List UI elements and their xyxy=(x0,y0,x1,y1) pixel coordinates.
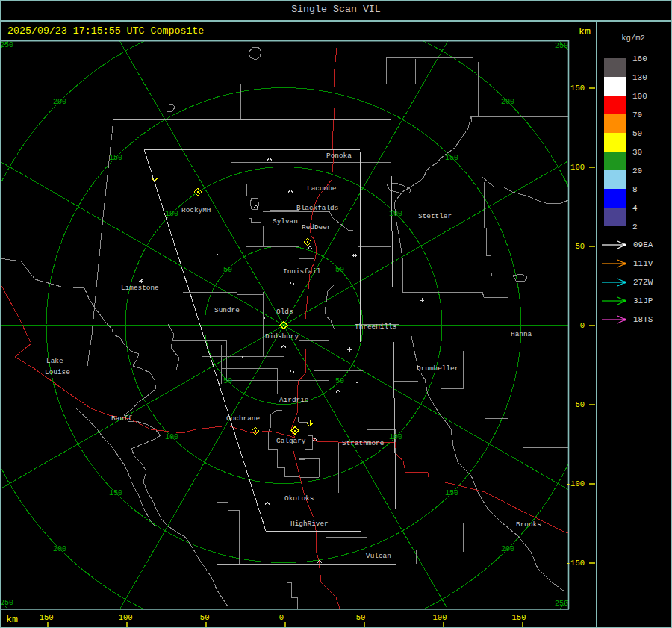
svg-text:Cochrane: Cochrane xyxy=(226,414,260,423)
svg-text:Strathmore: Strathmore xyxy=(342,439,385,447)
svg-text:Banff: Banff xyxy=(111,414,133,423)
svg-text:111V: 111V xyxy=(633,259,653,268)
svg-text:2: 2 xyxy=(632,223,638,231)
svg-text:Stettler: Stettler xyxy=(418,212,452,220)
svg-text:200: 200 xyxy=(501,545,514,553)
svg-text:-100: -100 xyxy=(113,613,132,622)
svg-text:250: 250 xyxy=(0,599,13,607)
svg-text:-150: -150 xyxy=(34,613,53,622)
svg-text:150: 150 xyxy=(109,489,122,497)
svg-text:Sylvan: Sylvan xyxy=(273,217,298,226)
svg-text:100: 100 xyxy=(389,210,402,218)
svg-text:Drumheller: Drumheller xyxy=(417,364,458,373)
svg-text:Lacombe: Lacombe xyxy=(307,184,337,193)
svg-text:Ponoka: Ponoka xyxy=(326,152,352,160)
svg-text:150: 150 xyxy=(445,489,458,497)
svg-text:200: 200 xyxy=(501,98,514,106)
svg-text:0: 0 xyxy=(580,321,585,330)
svg-text:0: 0 xyxy=(279,613,284,622)
svg-text:RockyMH: RockyMH xyxy=(181,206,211,214)
svg-text:160: 160 xyxy=(632,55,647,63)
svg-text:31JP: 31JP xyxy=(633,296,653,305)
svg-text:18TS: 18TS xyxy=(633,315,653,324)
svg-text:Vulcan: Vulcan xyxy=(366,552,391,560)
svg-text:150: 150 xyxy=(445,154,458,162)
svg-text:Airdrie: Airdrie xyxy=(279,396,309,404)
svg-text:Sundre: Sundre xyxy=(214,306,240,314)
svg-text:50: 50 xyxy=(335,377,344,385)
svg-text:250: 250 xyxy=(0,41,13,49)
svg-text:50: 50 xyxy=(223,377,232,385)
svg-text:250: 250 xyxy=(555,42,568,50)
svg-text:20: 20 xyxy=(632,167,642,175)
svg-text:130: 130 xyxy=(632,73,647,82)
svg-text:8: 8 xyxy=(632,185,638,194)
svg-text:150: 150 xyxy=(570,84,585,93)
svg-text:150: 150 xyxy=(109,154,122,162)
svg-text:50: 50 xyxy=(335,266,344,274)
svg-text:70: 70 xyxy=(632,111,642,119)
svg-text:50: 50 xyxy=(223,266,232,274)
svg-text:50: 50 xyxy=(575,242,585,251)
svg-text:200: 200 xyxy=(53,545,66,553)
svg-text:100: 100 xyxy=(632,92,647,101)
svg-text:Innisfail: Innisfail xyxy=(283,267,321,276)
svg-text:Blackfalds: Blackfalds xyxy=(296,204,338,212)
svg-text:100: 100 xyxy=(389,433,402,441)
svg-text:100: 100 xyxy=(433,613,447,622)
svg-text:200: 200 xyxy=(53,98,66,106)
svg-text:100: 100 xyxy=(570,163,585,172)
svg-text:4: 4 xyxy=(632,204,638,213)
svg-text:kg/m2: kg/m2 xyxy=(621,34,645,43)
svg-text:km: km xyxy=(579,26,591,37)
svg-text:Olds: Olds xyxy=(276,308,293,316)
svg-text:150: 150 xyxy=(512,613,526,622)
svg-text:Didsbury: Didsbury xyxy=(265,332,299,341)
svg-text:Okotoks: Okotoks xyxy=(284,494,314,503)
svg-text:km: km xyxy=(6,614,18,625)
svg-text:Lake: Lake xyxy=(46,357,63,365)
svg-text:09EA: 09EA xyxy=(633,240,653,249)
svg-text:27ZW: 27ZW xyxy=(633,278,653,287)
svg-text:100: 100 xyxy=(165,433,178,441)
svg-text:Limestone: Limestone xyxy=(121,284,159,292)
svg-text:Louise: Louise xyxy=(45,368,70,376)
svg-text:HighRiver: HighRiver xyxy=(290,520,329,528)
svg-text:-50: -50 xyxy=(570,400,585,409)
svg-text:50: 50 xyxy=(632,129,642,138)
svg-text:Single_Scan_VIL: Single_Scan_VIL xyxy=(291,4,381,15)
svg-text:RedDeer: RedDeer xyxy=(302,223,331,231)
svg-text:ThreeHills: ThreeHills xyxy=(355,323,396,331)
svg-text:50: 50 xyxy=(356,613,366,622)
svg-text:2025/09/23 17:15:55 UTC Compos: 2025/09/23 17:15:55 UTC Composite xyxy=(7,25,204,37)
svg-text:-150: -150 xyxy=(566,559,585,568)
svg-text:Brooks: Brooks xyxy=(516,520,541,529)
svg-text:-100: -100 xyxy=(566,479,585,488)
svg-text:250: 250 xyxy=(555,600,568,608)
svg-text:30: 30 xyxy=(632,148,642,157)
svg-text:-50: -50 xyxy=(196,613,210,622)
svg-text:100: 100 xyxy=(165,210,178,218)
svg-text:Calgary: Calgary xyxy=(276,437,306,445)
svg-text:Hanna: Hanna xyxy=(511,330,532,338)
